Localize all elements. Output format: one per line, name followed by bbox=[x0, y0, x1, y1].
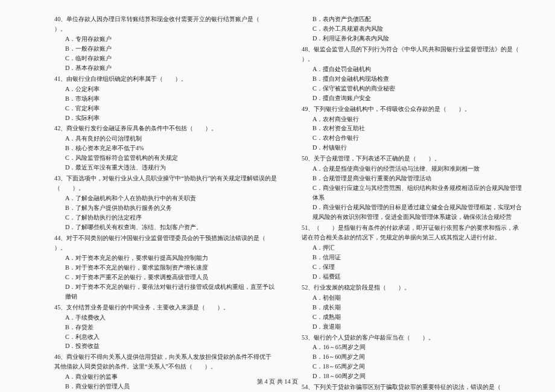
qnum: 46 bbox=[54, 353, 60, 360]
option: A．擅自处罚金融机构 bbox=[312, 65, 525, 74]
option: D．商业银行合规风险管理的目标是通过建立健全合规风险管理框架，实现对合规风险的有… bbox=[312, 203, 525, 222]
question-50: 50、关于合规管理，下列表述不正确的是（ ）。 A．合规是指使商业银行的经营活动… bbox=[302, 154, 525, 222]
option: D．对于资本不充足的银行，要依法对银行进行接管或促成机构重组，直至予以撤销 bbox=[65, 282, 278, 302]
option: C．表外工具规避表内风险 bbox=[312, 24, 525, 34]
option: C．农村合作银行 bbox=[312, 133, 525, 143]
qstem: 单位存款人因办理日常转账结算和现金收付需要开立的银行结算账户是（ ）。 bbox=[54, 16, 271, 32]
page-footer: 第 4 页 共 14 页 bbox=[0, 378, 555, 386]
option: B．存贷差 bbox=[65, 323, 278, 332]
option: C．保守被监管机构的商业秘密 bbox=[312, 84, 525, 93]
option: B．一般存款账户 bbox=[65, 44, 278, 54]
option: C．官定利率 bbox=[65, 104, 278, 113]
option: B．核心资本充足率不低于4% bbox=[65, 144, 278, 153]
option: A．押汇 bbox=[312, 243, 525, 253]
question-49: 49、下列银行业金融机构中，不得吸收公众存款的是（ ）。 A．农村商业银行 B．… bbox=[302, 104, 525, 153]
option: C．商业银行应建立与其经营范围、组织结构和业务规模相适应的合规风险管理体系 bbox=[312, 183, 525, 203]
option: C．保理 bbox=[312, 262, 525, 272]
option: A．16～65周岁之间 bbox=[312, 343, 525, 352]
option: D．了解哪些机关有权查询、冻结、扣划客户资产。 bbox=[65, 223, 278, 232]
qnum: 40 bbox=[54, 16, 60, 22]
option: A．了解金融机构和个人在协助执行中的有关职责 bbox=[65, 194, 278, 203]
option: A．合规是指使商业银行的经营活动与法律、规则和准则相一致 bbox=[312, 164, 525, 174]
question-51: 51、（ ）是指银行有条件的付款承诺，即开证银行依照客户的要求和指示，承诺在符合… bbox=[302, 223, 525, 282]
option: D．实际利率 bbox=[65, 113, 278, 123]
question-45: 45、支付结算业务是银行的中间业务，主要收入来源是（ ）。 A．手续费收入 B．… bbox=[54, 303, 278, 352]
question-46: 46、商业银行不得向关系人提供信用贷款，向关系人发放担保贷款的条件不得优于其他借… bbox=[54, 352, 278, 392]
qnum: 52 bbox=[302, 284, 308, 291]
option: D．擅自查询账户安全 bbox=[312, 93, 525, 103]
qstem: （ ）是指银行有条件的付款承诺，即开证银行依照客户的要求和指示，承诺在符合相关条… bbox=[302, 224, 519, 241]
option: A．专用存款账户 bbox=[65, 34, 278, 44]
qstem: 下列银行业金融机构中，不得吸收公众存款的是（ ）。 bbox=[314, 106, 471, 112]
qstem: 关于合规管理，下列表述不正确的是（ ）。 bbox=[314, 155, 440, 162]
option: C．利息收入 bbox=[65, 332, 278, 342]
option: A．农村商业银行 bbox=[312, 115, 525, 124]
qstem: 由银行业自律组织确定的利率属于（ ）。 bbox=[66, 75, 187, 82]
qnum: 42 bbox=[54, 125, 60, 131]
option: D．利用证券化剥离表内风险 bbox=[312, 34, 525, 43]
qnum: 49 bbox=[302, 106, 308, 112]
option: B．成长期 bbox=[312, 303, 525, 312]
option: B．16～60周岁之间 bbox=[312, 352, 525, 362]
question-40: 40、单位存款人因办理日常转账结算和现金收付需要开立的银行结算账户是（ ）。 A… bbox=[54, 14, 278, 73]
qnum: 53 bbox=[302, 334, 308, 341]
question-43: 43、下面选项中，对银行业从业人员职业操守中“协助执行”的有关规定理解错误的是（… bbox=[54, 174, 278, 232]
option: C．风险监管指标符合监管机构的有关规定 bbox=[65, 153, 278, 163]
option: A．初创期 bbox=[312, 293, 525, 303]
qnum: 41 bbox=[54, 75, 60, 82]
option: C．成熟期 bbox=[312, 312, 525, 322]
qstem: 商业银行不得向关系人提供信用贷款，向关系人发放担保贷款的条件不得优于其他借款人同… bbox=[54, 353, 271, 370]
qstem: 银行的个人贷款的客户年龄应当在（ ）。 bbox=[314, 334, 434, 341]
option: B．擅自对金融机构现场检查 bbox=[312, 74, 525, 84]
question-48: 48、银监会监管人员的下列行为符合《中华人民共和国银行业监督管理法》的是（ ）。… bbox=[302, 45, 525, 103]
option: B．对于资本不充足的银行，要求监限制资产增长速度 bbox=[65, 263, 278, 273]
option: A．公定利率 bbox=[65, 84, 278, 94]
qstem: 商业银行发行金融证券应具备的条件中不包括（ ）。 bbox=[66, 125, 217, 131]
qstem: 对于不同类别的银行冲国银行业监督管理委员会的干预措施说法错误的是（ ）。 bbox=[54, 235, 278, 251]
two-column-layout: 40、单位存款人因办理日常转账结算和现金收付需要开立的银行结算账户是（ ）。 A… bbox=[54, 14, 525, 392]
question-41: 41、由银行业自律组织确定的利率属于（ ）。 A．公定利率 B．市场利率 C．官… bbox=[54, 74, 278, 123]
right-column: B．表内资产负债匹配 C．表外工具规避表内风险 D．利用证券化剥离表内风险 48… bbox=[302, 14, 525, 392]
option: B．合规管理是商业银行重要的风险管理活动 bbox=[312, 174, 525, 183]
question-52: 52、行业发展的稳定阶段是指（ ）。 A．初创期 B．成长期 C．成熟期 D．衰… bbox=[302, 283, 525, 332]
qnum: 44 bbox=[54, 235, 60, 241]
option: C．对于资本严重不足的银行，要求调整高级管理人员 bbox=[65, 273, 278, 282]
question-47-continued: B．表内资产负债匹配 C．表外工具规避表内风险 D．利用证券化剥离表内风险 bbox=[302, 14, 525, 43]
option: D．衰退期 bbox=[312, 322, 525, 332]
question-53: 53、银行的个人贷款的客户年龄应当在（ ）。 A．16～65周岁之间 B．16～… bbox=[302, 333, 525, 382]
qnum: 48 bbox=[302, 46, 308, 52]
question-42: 42、商业银行发行金融证券应具备的条件中不包括（ ）。 A．具有良好的公司治理机… bbox=[54, 124, 278, 172]
option: D．福费廷 bbox=[312, 272, 525, 282]
option: C．临时存款账户 bbox=[65, 54, 278, 63]
question-44: 44、对于不同类别的银行冲国银行业监督管理委员会的干预措施说法错误的是（ ）。 … bbox=[54, 233, 278, 302]
qstem: 行业发展的稳定阶段是指（ ）。 bbox=[314, 284, 410, 291]
option: C．了解协助执行的法定程序 bbox=[65, 213, 278, 223]
qnum: 51 bbox=[302, 224, 308, 231]
exam-page: 40、单位存款人因办理日常转账结算和现金收付需要开立的银行结算账户是（ ）。 A… bbox=[0, 0, 555, 392]
option: A．具有良好的公司治理机制 bbox=[65, 134, 278, 144]
option: D．投资收益 bbox=[65, 341, 278, 351]
option: B．了解为客户提供协助执行服务的义务 bbox=[65, 203, 278, 213]
option: B．信用证 bbox=[312, 253, 525, 262]
option: C．18～65周岁之间 bbox=[312, 362, 525, 371]
option: D．村镇银行 bbox=[312, 143, 525, 153]
option: A．对于资本充足的银行，要求银行提高风险控制能力 bbox=[65, 253, 278, 263]
left-column: 40、单位存款人因办理日常转账结算和现金收付需要开立的银行结算账户是（ ）。 A… bbox=[54, 14, 278, 392]
option: B．市场利率 bbox=[65, 94, 278, 104]
qstem: 银监会监管人员的下列行为符合《中华人民共和国银行业监督管理法》的是（ ）。 bbox=[302, 46, 531, 62]
qnum: 43 bbox=[54, 175, 60, 182]
option: B．农村资金互助社 bbox=[312, 124, 525, 133]
qstem: 支付结算业务是银行的中间业务，主要收入来源是（ ）。 bbox=[66, 304, 229, 311]
option: D．基本存款账户 bbox=[65, 63, 278, 73]
option: D．最近五年没有重大违法、违规行为 bbox=[65, 163, 278, 172]
qnum: 50 bbox=[302, 155, 308, 162]
option: B．表内资产负债匹配 bbox=[312, 14, 525, 24]
qstem: 下面选项中，对银行业从业人员职业操守中“协助执行”的有关规定理解错误的是（ ）。 bbox=[54, 175, 277, 191]
option: A．手续费收入 bbox=[65, 313, 278, 323]
qnum: 45 bbox=[54, 304, 60, 311]
